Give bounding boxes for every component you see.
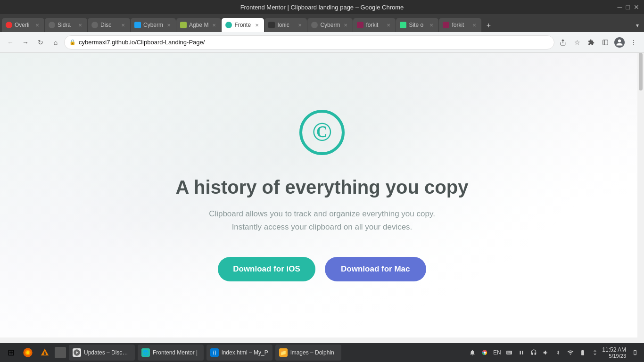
window-controls[interactable]: ─ □ ✕	[618, 3, 639, 11]
home-button[interactable]: ⌂	[49, 36, 62, 49]
tab-fronte[interactable]: Fronte ✕	[222, 18, 264, 32]
tab-label: Agbe M	[189, 22, 208, 28]
tab-close[interactable]: ✕	[77, 22, 83, 28]
navigation-bar: ← → ↻ ⌂ 🔒 cybermaxi7.github.io/Clipboard…	[0, 32, 644, 53]
tray-pause-icon[interactable]	[516, 346, 527, 360]
extensions-button[interactable]	[585, 36, 598, 49]
tray-keyboard-icon[interactable]	[504, 346, 514, 360]
menu-button[interactable]: ⋮	[627, 36, 640, 49]
tab-cyberm2[interactable]: Cyberm ✕	[307, 18, 353, 32]
tab-forkit2[interactable]: forkit ✕	[439, 18, 481, 32]
tab-close[interactable]: ✕	[297, 22, 303, 28]
forward-button[interactable]: →	[19, 36, 32, 49]
taskbar-vlc[interactable]	[38, 346, 52, 360]
tray-battery-icon[interactable]	[578, 346, 588, 360]
vertical-scrollbar[interactable]	[637, 53, 644, 337]
taskbar-app-frontend[interactable]: 🌐 Frontend Mentor |	[138, 345, 204, 361]
tab-favicon	[134, 22, 141, 28]
taskbar: ⊞ Updates – Discover 🌐 Frontend Mentor |	[0, 343, 644, 362]
horizontal-scrollbar[interactable]	[0, 337, 644, 343]
tray-headphone-icon[interactable]	[528, 346, 539, 360]
nav-actions: ☆ ⋮	[556, 36, 640, 49]
taskbar-firefox[interactable]	[21, 346, 35, 360]
taskbar-app-dolphin[interactable]: 📁 images – Dolphin	[275, 345, 341, 361]
tab-siteo[interactable]: Site o ✕	[396, 18, 438, 32]
tab-close[interactable]: ✕	[254, 22, 260, 28]
tab-close[interactable]: ✕	[385, 22, 392, 28]
taskbar-app-updates[interactable]: Updates – Discover	[69, 345, 135, 361]
tray-volume-icon[interactable]	[541, 346, 551, 360]
tray-wifi-icon[interactable]	[565, 346, 576, 360]
download-ios-button[interactable]: Download for iOS	[218, 257, 315, 281]
tab-sidra[interactable]: Sidra ✕	[45, 18, 87, 32]
tab-label: Site o	[409, 22, 423, 28]
tab-favicon	[49, 22, 55, 28]
tab-close[interactable]: ✕	[211, 22, 217, 28]
tray-network-icon[interactable]: EN	[492, 346, 502, 360]
reload-button[interactable]: ↻	[34, 36, 47, 49]
tab-forkit1[interactable]: forkit ✕	[353, 18, 396, 32]
tray-show-desktop-icon[interactable]	[630, 346, 640, 360]
tab-label: Ionic	[277, 22, 289, 28]
h-scrollbar-thumb	[1, 338, 633, 342]
tab-close[interactable]: ✕	[342, 22, 349, 28]
tab-close[interactable]: ✕	[471, 22, 478, 28]
security-lock-icon: 🔒	[69, 39, 76, 45]
taskbar-vscode-icon: ⟨⟩	[210, 348, 219, 357]
download-mac-button[interactable]: Download for Mac	[325, 257, 426, 281]
tab-agbe[interactable]: Agbe M ✕	[176, 18, 221, 32]
tab-favicon	[357, 22, 363, 28]
scrollbar-thumb[interactable]	[639, 53, 643, 90]
tab-favicon	[180, 22, 187, 28]
tab-close[interactable]: ✕	[34, 22, 41, 28]
svg-rect-11	[634, 350, 636, 354]
tray-updown-icon[interactable]	[590, 346, 600, 360]
tab-favicon	[268, 22, 275, 28]
system-clock[interactable]: 11:52 AM 5/19/23	[602, 346, 626, 359]
tab-label: Fronte	[234, 22, 251, 28]
tab-cyberm1[interactable]: Cyberm ✕	[131, 18, 176, 32]
taskbar-app-frontend-label: Frontend Mentor |	[153, 349, 198, 356]
back-button[interactable]: ←	[4, 36, 17, 49]
tab-overflow-button[interactable]: ▾	[633, 19, 642, 32]
bookmark-button[interactable]: ☆	[570, 36, 584, 49]
tray-notification-icon[interactable]	[467, 346, 478, 360]
tab-disc[interactable]: Disc ✕	[88, 18, 130, 32]
tab-label: Cyberm	[143, 22, 163, 28]
address-bar[interactable]: 🔒 cybermaxi7.github.io/Clipboard-Landing…	[64, 35, 554, 49]
system-tray: EN 11:52 AM 5/19/23	[467, 346, 640, 360]
tab-favicon	[400, 22, 406, 28]
maximize-btn[interactable]: □	[626, 3, 630, 11]
close-btn[interactable]: ✕	[634, 3, 639, 11]
tab-label: Cyberm	[320, 22, 340, 28]
sidebar-toggle-button[interactable]	[599, 36, 612, 49]
clock-time: 11:52 AM	[602, 346, 626, 353]
taskbar-app-dolphin-label: images – Dolphin	[290, 349, 334, 356]
share-button[interactable]	[556, 36, 570, 49]
minimize-btn[interactable]: ─	[618, 3, 622, 11]
tab-favicon	[225, 22, 232, 28]
tab-close[interactable]: ✕	[428, 22, 435, 28]
content-area: © A history of everything you copy Clipb…	[0, 53, 644, 337]
new-tab-button[interactable]: +	[482, 19, 495, 32]
svg-rect-8	[44, 353, 46, 355]
clipboard-logo-icon: ©	[298, 109, 346, 156]
svg-rect-0	[603, 40, 608, 45]
clock-date: 5/19/23	[602, 353, 626, 359]
tab-ionic[interactable]: Ionic ✕	[264, 18, 307, 32]
tab-label: forkit	[452, 22, 464, 28]
taskbar-app-launcher[interactable]: ⊞	[4, 346, 18, 360]
title-bar: Frontend Mentor | Clipboard landing page…	[0, 0, 644, 14]
taskbar-frontend-icon: 🌐	[141, 348, 150, 357]
taskbar-box[interactable]	[55, 347, 66, 358]
logo-container: ©	[298, 109, 346, 158]
url-text: cybermaxi7.github.io/Clipboard-Landing-P…	[79, 39, 549, 46]
tray-chrome-icon[interactable]	[479, 346, 490, 360]
tab-close[interactable]: ✕	[165, 22, 172, 28]
tab-overli[interactable]: Overli ✕	[2, 18, 44, 32]
profile-button[interactable]	[613, 36, 626, 49]
tray-bluetooth-icon[interactable]	[553, 346, 563, 360]
svg-point-6	[26, 351, 29, 354]
taskbar-app-vscode[interactable]: ⟨⟩ index.html – My_P	[206, 345, 272, 361]
tab-close[interactable]: ✕	[120, 22, 126, 28]
